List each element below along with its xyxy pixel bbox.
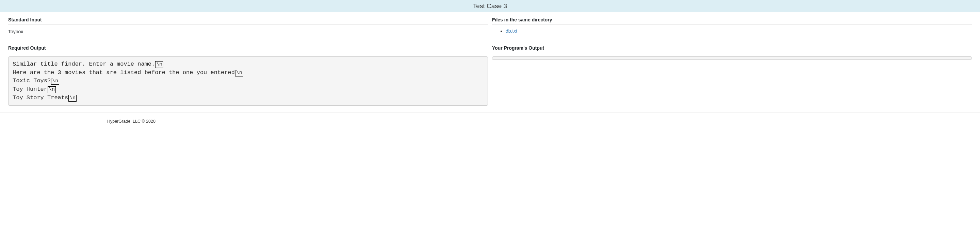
stdin-value: Toybox (8, 28, 488, 40)
required-output-box: Similar title finder. Enter a movie name… (8, 56, 488, 106)
footer: HyperGrade, LLC © 2020 (0, 112, 980, 130)
stdin-heading: Standard Input (8, 12, 488, 25)
row-outputs: Required Output Similar title finder. En… (6, 40, 974, 106)
content-area: Standard Input Toybox Files in the same … (0, 12, 980, 106)
newline-token: \n (68, 95, 76, 101)
test-case-title: Test Case 3 (473, 2, 507, 10)
files-heading: Files in the same directory (492, 12, 972, 25)
file-list: db.txt (492, 28, 972, 34)
newline-token: \n (235, 70, 243, 76)
test-case-header: Test Case 3 (0, 0, 980, 12)
required-output-heading: Required Output (8, 40, 488, 53)
files-column: Files in the same directory db.txt (490, 12, 974, 40)
list-item: db.txt (506, 28, 972, 34)
newline-token: \n (48, 86, 56, 93)
required-output-column: Required Output Similar title finder. En… (6, 40, 490, 106)
file-link-db[interactable]: db.txt (506, 28, 517, 34)
stdin-column: Standard Input Toybox (6, 12, 490, 40)
program-output-column: Your Program's Output (490, 40, 974, 106)
newline-token: \n (155, 61, 163, 68)
footer-copyright: HyperGrade, LLC © 2020 (107, 119, 980, 124)
program-output-box (492, 56, 972, 60)
program-output-heading: Your Program's Output (492, 40, 972, 53)
newline-token: \n (51, 78, 59, 85)
row-inputs: Standard Input Toybox Files in the same … (6, 12, 974, 40)
